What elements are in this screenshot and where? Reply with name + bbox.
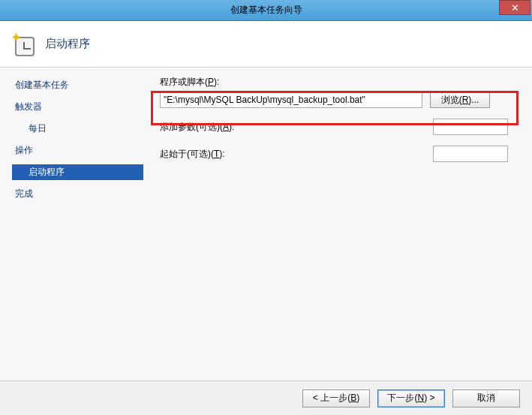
next-button[interactable]: 下一步(N) > xyxy=(377,389,445,407)
sidebar-item-start-program[interactable]: 启动程序 xyxy=(12,164,143,180)
footer: < 上一步(B) 下一步(N) > 取消 xyxy=(0,380,532,415)
sidebar-item-finish[interactable]: 完成 xyxy=(12,186,146,202)
close-button[interactable]: ✕ xyxy=(499,0,530,15)
program-script-input[interactable] xyxy=(160,92,422,108)
arguments-row: 添加参数(可选)(A): xyxy=(160,119,508,135)
titlebar: 创建基本任务向导 ✕ xyxy=(0,0,532,21)
body: 创建基本任务 触发器 每日 操作 启动程序 完成 程序或脚本(P): 浏览(R)… xyxy=(0,68,532,380)
sidebar-item-trigger[interactable]: 触发器 xyxy=(12,99,146,115)
window-title: 创建基本任务向导 xyxy=(0,4,532,17)
cancel-button[interactable]: 取消 xyxy=(452,389,520,407)
browse-button[interactable]: 浏览(R)... xyxy=(430,92,490,108)
program-script-label: 程序或脚本(P): xyxy=(160,76,518,89)
startin-input[interactable] xyxy=(433,146,508,162)
sidebar-item-daily[interactable]: 每日 xyxy=(12,121,146,137)
sidebar: 创建基本任务 触发器 每日 操作 启动程序 完成 xyxy=(0,68,146,380)
program-row: 浏览(R)... xyxy=(160,92,518,108)
page-title: 启动程序 xyxy=(45,37,90,51)
startin-label: 起始于(可选)(T): xyxy=(160,148,235,161)
content-panel: 程序或脚本(P): 浏览(R)... 添加参数(可选)(A): 起始于(可选)(… xyxy=(146,68,532,380)
sidebar-item-create-basic-task[interactable]: 创建基本任务 xyxy=(12,77,146,93)
arguments-input[interactable] xyxy=(433,119,508,135)
back-button[interactable]: < 上一步(B) xyxy=(302,389,370,407)
wizard-window: 创建基本任务向导 ✕ ✦ 启动程序 创建基本任务 触发器 每日 操作 启动程序 … xyxy=(0,0,532,415)
wizard-icon: ✦ xyxy=(11,32,35,56)
sidebar-item-action[interactable]: 操作 xyxy=(12,143,146,158)
arguments-label: 添加参数(可选)(A): xyxy=(160,121,235,134)
header-band: ✦ 启动程序 xyxy=(0,21,532,68)
startin-row: 起始于(可选)(T): xyxy=(160,146,508,162)
close-icon: ✕ xyxy=(511,2,519,14)
